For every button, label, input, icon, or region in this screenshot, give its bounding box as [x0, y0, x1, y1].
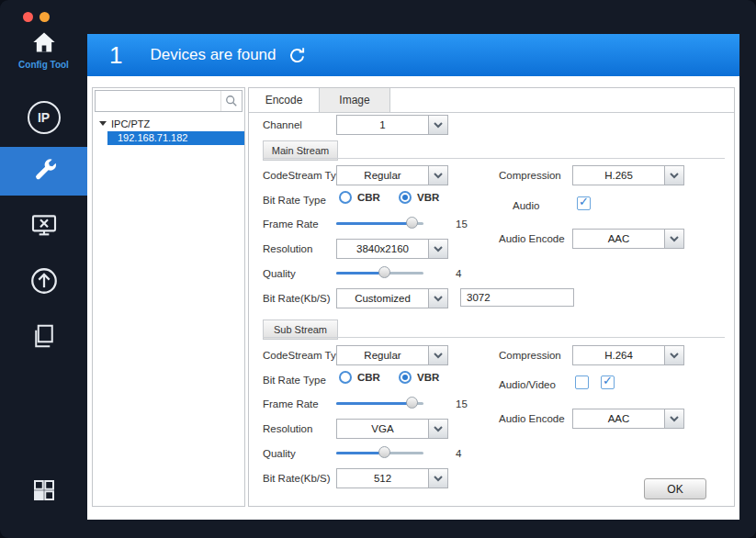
radio-icon[interactable] — [339, 191, 352, 204]
vbr-label: VBR — [417, 192, 439, 203]
sub-audio-checkbox[interactable] — [575, 375, 589, 389]
codestream-type-label: CodeStream Type — [263, 169, 347, 182]
chevron-down-icon[interactable] — [664, 346, 683, 364]
audio-encode-label: Audio Encode — [499, 412, 565, 425]
search-icon[interactable] — [220, 91, 242, 111]
sub-bitrate-value: 512 — [337, 469, 428, 488]
sub-codestream-value: Regular — [337, 346, 428, 364]
radio-icon[interactable] — [339, 371, 352, 384]
channel-label: Channel — [263, 118, 302, 131]
chevron-down-icon[interactable] — [428, 166, 447, 185]
radio-icon[interactable] — [399, 191, 412, 204]
app-window: Config Tool IP — [0, 0, 756, 538]
bitrate-label: Bit Rate(Kb/S) — [263, 472, 331, 485]
main-audio-checkbox[interactable] — [577, 196, 591, 210]
device-search — [95, 90, 243, 112]
chevron-down-icon[interactable] — [428, 346, 447, 364]
sub-audio-encode-dropdown[interactable]: AAC — [572, 409, 684, 429]
main-resolution-value: 3840x2160 — [337, 240, 428, 258]
ok-button[interactable]: OK — [644, 478, 706, 499]
ip-device-icon: IP — [28, 101, 61, 134]
main-codestream-value: Regular — [337, 166, 428, 185]
tab-bar: Encode Image — [249, 88, 734, 113]
sidebar-item-config[interactable] — [0, 147, 87, 196]
home-icon — [31, 40, 57, 56]
sub-compression-value: H.264 — [573, 346, 664, 364]
search-input[interactable] — [96, 93, 220, 109]
audio-video-label: Audio/Video — [499, 378, 556, 391]
sidebar-item-display[interactable] — [0, 207, 87, 248]
channel-dropdown[interactable]: 1 — [336, 115, 448, 135]
sidebar-item-documents[interactable] — [0, 318, 87, 358]
chevron-down-icon — [99, 121, 107, 126]
sidebar-item-apps[interactable] — [0, 470, 87, 514]
sub-bitrate-dropdown[interactable]: 512 — [336, 468, 448, 488]
sub-framerate-slider[interactable] — [336, 397, 423, 409]
main-quality-slider[interactable] — [336, 266, 423, 279]
device-list-panel: IPC/PTZ 192.168.71.182 — [92, 87, 245, 507]
codestream-type-label: CodeStream Type — [263, 349, 347, 362]
sub-codestream-dropdown[interactable]: Regular — [336, 345, 448, 365]
chevron-down-icon[interactable] — [664, 230, 683, 248]
slider-thumb[interactable] — [406, 397, 418, 409]
sub-cbr-radio[interactable]: CBR — [339, 371, 380, 384]
tree-device-selected[interactable]: 192.168.71.182 — [107, 131, 244, 145]
main-codestream-dropdown[interactable]: Regular — [336, 165, 448, 185]
refresh-icon[interactable] — [288, 46, 307, 65]
banner-message: Devices are found — [150, 46, 276, 64]
main-bitrate-dropdown[interactable]: Customized — [336, 288, 448, 308]
content-area: IPC/PTZ 192.168.71.182 Encode Image Chan… — [87, 76, 739, 520]
slider-fill — [336, 402, 412, 405]
sub-vbr-radio[interactable]: VBR — [399, 371, 439, 384]
tab-image[interactable]: Image — [320, 88, 390, 112]
slider-fill — [336, 452, 384, 454]
main-bitrate-mode: Customized — [337, 289, 428, 308]
main-framerate-slider[interactable] — [336, 217, 423, 230]
sidebar: Config Tool IP — [0, 0, 87, 538]
main-resolution-dropdown[interactable]: 3840x2160 — [336, 239, 448, 259]
compression-label: Compression — [499, 349, 561, 362]
config-camera-icon — [29, 155, 59, 188]
device-count: 1 — [109, 41, 122, 70]
main-cbr-radio[interactable]: CBR — [339, 191, 380, 204]
sub-quality-value: 4 — [456, 447, 461, 460]
slider-thumb[interactable] — [378, 446, 390, 458]
sub-compression-dropdown[interactable]: H.264 — [572, 345, 684, 365]
app-logo: Config Tool — [0, 31, 87, 70]
upgrade-icon — [28, 265, 60, 300]
display-error-icon — [29, 211, 59, 244]
main-audio-encode-dropdown[interactable]: AAC — [572, 229, 684, 249]
slider-thumb[interactable] — [406, 217, 418, 229]
sidebar-item-upgrade[interactable] — [0, 263, 87, 303]
chevron-down-icon[interactable] — [428, 116, 447, 134]
chevron-down-icon[interactable] — [428, 289, 447, 308]
radio-icon[interactable] — [399, 371, 412, 384]
apps-grid-icon — [30, 476, 58, 508]
tab-encode[interactable]: Encode — [249, 88, 320, 112]
settings-panel: Encode Image Channel 1 Main Stream CodeS… — [248, 87, 735, 507]
chevron-down-icon[interactable] — [664, 166, 683, 185]
chevron-down-icon[interactable] — [428, 469, 447, 488]
sub-quality-slider[interactable] — [336, 446, 423, 459]
vbr-label: VBR — [417, 372, 439, 383]
sub-resolution-dropdown[interactable]: VGA — [336, 419, 448, 439]
device-tree: IPC/PTZ 192.168.71.182 — [93, 117, 244, 145]
sub-video-checkbox[interactable] — [601, 375, 615, 389]
tree-group-label: IPC/PTZ — [111, 118, 150, 129]
chevron-down-icon[interactable] — [428, 420, 447, 438]
main-compression-dropdown[interactable]: H.265 — [572, 165, 684, 185]
main-quality-value: 4 — [456, 267, 461, 280]
audio-encode-label: Audio Encode — [499, 232, 565, 245]
chevron-down-icon[interactable] — [428, 240, 447, 258]
main-vbr-radio[interactable]: VBR — [399, 191, 439, 204]
slider-thumb[interactable] — [378, 266, 390, 278]
divider — [263, 337, 725, 338]
bitrate-type-label: Bit Rate Type — [263, 194, 326, 207]
audio-label: Audio — [513, 199, 539, 212]
sub-framerate-value: 15 — [456, 398, 468, 410]
main-framerate-value: 15 — [456, 218, 468, 230]
main-bitrate-input[interactable] — [460, 288, 574, 307]
chevron-down-icon[interactable] — [664, 409, 683, 428]
sidebar-item-ip[interactable]: IP — [0, 97, 87, 138]
tree-group-ipc-ptz[interactable]: IPC/PTZ — [93, 117, 244, 130]
